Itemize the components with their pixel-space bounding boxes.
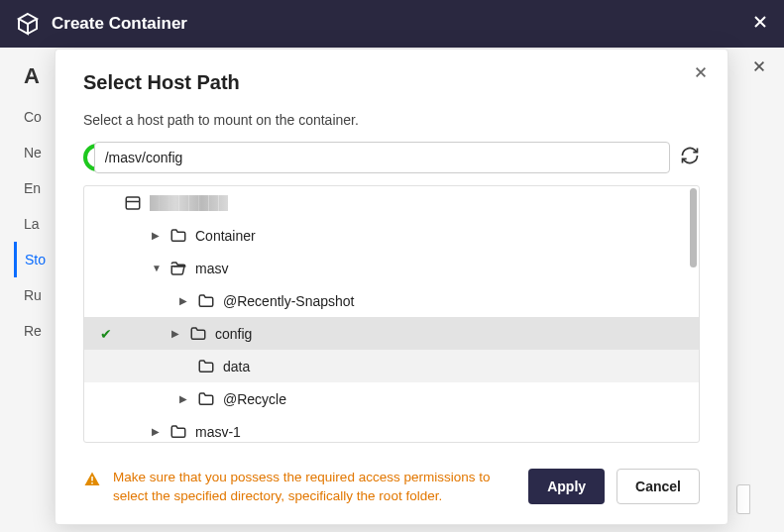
select-host-path-modal: Select Host Path Select a host path to m… — [55, 49, 728, 525]
chevron-right-icon[interactable]: ▶ — [152, 427, 162, 437]
check-icon: ✔ — [100, 326, 116, 342]
apply-button[interactable]: Apply — [528, 469, 605, 504]
folder-open-icon — [169, 260, 187, 277]
svg-rect-1 — [91, 477, 93, 481]
background-fragment — [736, 484, 750, 514]
tree-root-row[interactable]: ████████ — [84, 186, 699, 219]
scrollbar-thumb[interactable] — [690, 188, 697, 267]
folder-tree[interactable]: ████████ ▶ Container ▼ masv ▶ — [83, 185, 700, 443]
tree-root-label: ████████ — [150, 195, 228, 211]
tree-label: Container — [195, 228, 256, 244]
refresh-icon[interactable] — [680, 146, 700, 169]
tree-label: masv-1 — [195, 424, 241, 440]
modal-title: Select Host Path — [83, 71, 700, 94]
title-bar: Create Container — [0, 0, 784, 48]
svg-rect-0 — [126, 197, 140, 209]
server-icon — [124, 194, 142, 212]
chevron-down-icon[interactable]: ▼ — [152, 264, 162, 273]
folder-icon — [189, 325, 207, 343]
tree-label: config — [215, 326, 252, 342]
tree-label: masv — [195, 261, 228, 276]
container-cube-icon — [16, 12, 40, 36]
warning-icon — [83, 471, 101, 492]
tree-row-recycle[interactable]: ▶ @Recycle — [84, 382, 699, 415]
modal-subtitle: Select a host path to mount on the conta… — [83, 112, 700, 128]
folder-icon — [197, 292, 215, 310]
tree-row-masv[interactable]: ▼ masv — [84, 252, 699, 284]
chevron-right-icon[interactable]: ▶ — [179, 296, 189, 306]
modal-close-icon[interactable] — [694, 65, 708, 83]
tree-row-container[interactable]: ▶ Container — [84, 219, 699, 252]
path-input[interactable] — [94, 142, 670, 173]
folder-icon — [169, 423, 187, 441]
folder-icon — [197, 390, 215, 408]
tree-label: @Recently-Snapshot — [223, 293, 355, 309]
cancel-button[interactable]: Cancel — [616, 469, 700, 504]
tree-label: @Recycle — [223, 391, 286, 407]
tree-label: data — [223, 359, 250, 374]
title-bar-title: Create Container — [52, 14, 187, 34]
outer-close-icon[interactable] — [752, 59, 766, 77]
tree-row-masv-1[interactable]: ▶ masv-1 — [84, 415, 699, 443]
warning-text: Make sure that you possess the required … — [113, 469, 516, 506]
folder-icon — [197, 358, 215, 375]
tree-row-data[interactable]: ▶ data — [84, 350, 699, 382]
tree-row-config[interactable]: ✔ ▶ config — [84, 317, 699, 350]
tree-row-recently-snapshot[interactable]: ▶ @Recently-Snapshot — [84, 284, 699, 317]
title-bar-close-icon[interactable] — [752, 14, 768, 34]
svg-rect-2 — [91, 482, 93, 484]
folder-icon — [169, 227, 187, 245]
chevron-right-icon[interactable]: ▶ — [152, 231, 162, 241]
chevron-right-icon[interactable]: ▶ — [179, 394, 189, 404]
chevron-right-icon[interactable]: ▶ — [171, 329, 181, 339]
